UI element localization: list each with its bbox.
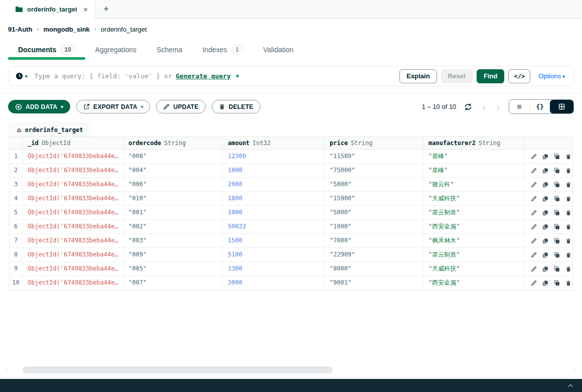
manufacturer2-cell[interactable]: "西安金属"	[423, 220, 524, 233]
explain-button[interactable]: Explain	[399, 69, 436, 83]
clone-document-button[interactable]	[554, 168, 560, 174]
id-cell[interactable]: ObjectId('6749833beba44e…	[23, 276, 123, 290]
manufacturer2-cell[interactable]: "微云科"	[423, 178, 524, 191]
ordercode-cell[interactable]: "003"	[123, 234, 223, 247]
update-button[interactable]: UPDATE	[156, 100, 205, 113]
tab-aggregations[interactable]: Aggregations	[85, 40, 147, 60]
delete-document-button[interactable]	[565, 168, 571, 174]
clone-document-button[interactable]	[554, 280, 560, 286]
delete-document-button[interactable]	[565, 280, 571, 286]
price-cell[interactable]: "75000"	[325, 164, 423, 177]
generate-query-link[interactable]: Generate query	[176, 72, 231, 80]
price-cell[interactable]: "5000"	[325, 178, 423, 191]
tab-validation[interactable]: Validation	[253, 40, 304, 60]
id-cell[interactable]: ObjectId('6749833beba44e…	[23, 150, 123, 163]
edit-document-button[interactable]	[531, 168, 537, 174]
delete-document-button[interactable]	[565, 196, 571, 202]
ordercode-cell[interactable]: "010"	[123, 192, 223, 205]
price-cell[interactable]: "1000"	[325, 220, 423, 233]
ordercode-cell[interactable]: "007"	[123, 276, 223, 290]
scroll-right-icon[interactable]: ›	[574, 366, 576, 372]
manufacturer2-cell[interactable]: "西安金属"	[423, 276, 524, 290]
copy-document-button[interactable]	[542, 168, 548, 174]
edit-document-button[interactable]	[531, 252, 537, 258]
column-header-ordercode[interactable]: ordercode String	[123, 137, 223, 149]
tab-schema[interactable]: Schema	[147, 40, 192, 60]
ordercode-cell[interactable]: "006"	[123, 178, 223, 191]
ordercode-cell[interactable]: "008"	[123, 150, 223, 163]
manufacturer2-cell[interactable]: "星峰"	[423, 164, 524, 177]
ordercode-cell[interactable]: "005"	[123, 262, 223, 276]
tab-indexes[interactable]: Indexes 1	[192, 40, 253, 60]
manufacturer2-cell[interactable]: "星峰"	[423, 150, 524, 163]
options-button[interactable]: Options ▸	[534, 72, 569, 80]
amount-cell[interactable]: 1300	[223, 262, 325, 276]
copy-document-button[interactable]	[542, 252, 548, 258]
query-code-toggle-button[interactable]: </>	[508, 69, 530, 83]
json-view-button[interactable]: {}	[530, 100, 550, 113]
id-cell[interactable]: ObjectId('6749833beba44e…	[23, 248, 123, 262]
copy-document-button[interactable]	[542, 154, 548, 160]
new-tab-button[interactable]: +	[95, 0, 117, 18]
manufacturer2-cell[interactable]: "天威科技"	[423, 192, 524, 205]
amount-cell[interactable]: 1500	[223, 234, 325, 247]
manufacturer2-cell[interactable]: "星云制造"	[423, 248, 524, 262]
column-header-manufacturer2[interactable]: manufacturer2 String	[423, 137, 524, 149]
clone-document-button[interactable]	[554, 182, 560, 188]
id-cell[interactable]: ObjectId('6749833beba44e…	[23, 262, 123, 276]
edit-document-button[interactable]	[531, 224, 537, 230]
amount-cell[interactable]: 1800	[223, 192, 325, 205]
edit-document-button[interactable]	[531, 238, 537, 244]
expand-shell-button[interactable]	[567, 383, 574, 388]
clone-document-button[interactable]	[554, 210, 560, 216]
next-page-button[interactable]: ›	[495, 102, 502, 111]
id-cell[interactable]: ObjectId('6749833beba44e…	[23, 164, 123, 177]
breadcrumb-collection[interactable]: orderinfo_target	[101, 26, 147, 33]
query-input[interactable]: Type a query: { field: 'value' } or Gene…	[35, 72, 396, 80]
copy-document-button[interactable]	[542, 210, 548, 216]
delete-document-button[interactable]	[565, 252, 571, 258]
table-view-button[interactable]	[550, 100, 573, 113]
copy-document-button[interactable]	[542, 196, 548, 202]
ordercode-cell[interactable]: "001"	[123, 206, 223, 219]
amount-cell[interactable]: 12300	[223, 150, 325, 163]
amount-cell[interactable]: 50022	[223, 220, 325, 233]
price-cell[interactable]: "15900"	[325, 192, 423, 205]
refresh-button[interactable]	[463, 102, 473, 112]
clone-document-button[interactable]	[554, 154, 560, 160]
column-header-price[interactable]: price String	[325, 137, 423, 149]
query-history-button[interactable]: ▾	[16, 72, 28, 80]
id-cell[interactable]: ObjectId('6749833beba44e…	[23, 234, 123, 247]
reset-button[interactable]: Reset	[441, 69, 473, 83]
price-cell[interactable]: "8000"	[325, 262, 423, 276]
breadcrumb-database[interactable]: mongodb_sink	[43, 26, 89, 33]
column-header-amount[interactable]: amount Int32	[223, 137, 325, 149]
copy-document-button[interactable]	[542, 224, 548, 230]
id-cell[interactable]: ObjectId('6749833beba44e…	[23, 192, 123, 205]
workspace-tab-collection[interactable]: orderinfo_target ×	[0, 0, 95, 19]
delete-document-button[interactable]	[565, 182, 571, 188]
edit-document-button[interactable]	[531, 154, 537, 160]
manufacturer2-cell[interactable]: "天威科技"	[423, 262, 524, 276]
amount-cell[interactable]: 2000	[223, 178, 325, 191]
prev-page-button[interactable]: ‹	[480, 102, 487, 111]
edit-document-button[interactable]	[531, 266, 537, 272]
clone-document-button[interactable]	[554, 224, 560, 230]
clone-document-button[interactable]	[554, 266, 560, 272]
price-cell[interactable]: "7000"	[325, 234, 423, 247]
delete-button[interactable]: DELETE	[212, 100, 260, 113]
edit-document-button[interactable]	[531, 196, 537, 202]
delete-document-button[interactable]	[565, 154, 571, 160]
ordercode-cell[interactable]: "002"	[123, 220, 223, 233]
ordercode-cell[interactable]: "004"	[123, 164, 223, 177]
amount-cell[interactable]: 3000	[223, 276, 325, 290]
breadcrumb-cluster[interactable]: 91-Auth	[8, 26, 32, 33]
clone-document-button[interactable]	[554, 238, 560, 244]
edit-document-button[interactable]	[531, 280, 537, 286]
manufacturer2-cell[interactable]: "枫禾林木"	[423, 234, 524, 247]
copy-document-button[interactable]	[542, 182, 548, 188]
ordercode-cell[interactable]: "009"	[123, 248, 223, 262]
id-cell[interactable]: ObjectId('6749833beba44e…	[23, 178, 123, 191]
copy-document-button[interactable]	[542, 238, 548, 244]
collection-grid-tab[interactable]: ⌂ orderinfo_target	[9, 123, 91, 137]
